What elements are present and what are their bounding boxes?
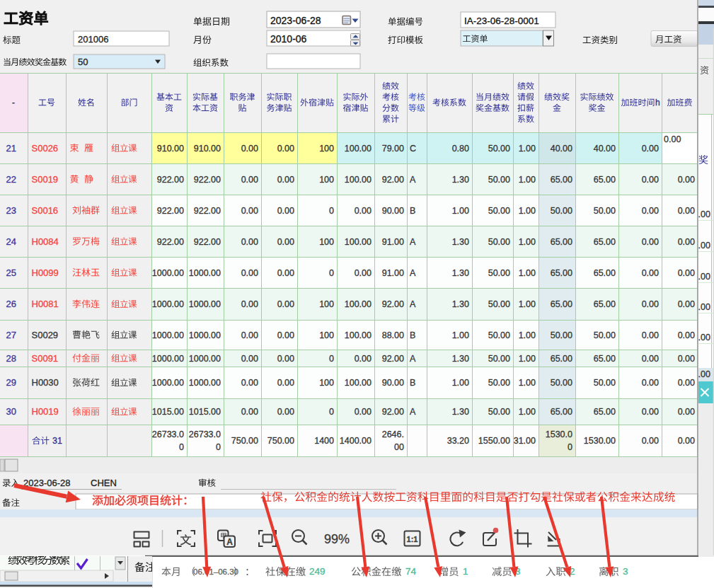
svg-text:1000.00: 1000.00: [152, 354, 184, 364]
svg-text:0.00: 0.00: [678, 378, 695, 388]
svg-text:0.00: 0.00: [277, 330, 294, 340]
svg-text:100: 100: [319, 175, 334, 185]
svg-text:1.30: 1.30: [452, 354, 469, 364]
svg-text:50.00: 50.00: [488, 299, 510, 309]
svg-text:100.00: 100.00: [345, 378, 372, 388]
svg-text:1400.00: 1400.00: [340, 436, 372, 446]
svg-text:50.00: 50.00: [488, 378, 510, 388]
svg-text:0.00: 0.00: [678, 237, 695, 247]
svg-text:1000.00: 1000.00: [189, 268, 221, 278]
svg-text:922.00: 922.00: [157, 237, 184, 247]
svg-text:0.00: 0.00: [355, 206, 372, 216]
svg-text:B: B: [410, 206, 415, 216]
svg-text:0.00: 0.00: [642, 175, 659, 185]
svg-text:A: A: [410, 175, 416, 185]
svg-text:65.00: 65.00: [551, 354, 572, 364]
svg-text:0.00: 0.00: [642, 268, 659, 278]
svg-text:1: 1: [463, 566, 468, 577]
svg-text:1000.00: 1000.00: [152, 378, 184, 388]
svg-text:1.00: 1.00: [519, 378, 536, 388]
svg-text:A: A: [410, 354, 416, 364]
svg-text:26733.0: 26733.0: [189, 430, 221, 439]
svg-text:0.00: 0.00: [642, 436, 659, 446]
svg-text:100: 100: [319, 237, 334, 247]
svg-text:1550.00: 1550.00: [478, 436, 510, 446]
svg-text:65.00: 65.00: [594, 299, 616, 309]
svg-text:92.00: 92.00: [382, 175, 404, 185]
svg-text:0.00: 0.00: [241, 299, 258, 309]
svg-text:100.00: 100.00: [345, 330, 372, 340]
svg-text:0.00: 0.00: [642, 330, 659, 340]
svg-text:H0030: H0030: [32, 377, 59, 388]
svg-text:50.00: 50.00: [488, 206, 510, 216]
svg-text:50.00: 50.00: [594, 330, 616, 340]
svg-text:50.00: 50.00: [488, 237, 510, 247]
svg-text:92.00: 92.00: [382, 407, 404, 417]
svg-text:S0029: S0029: [32, 330, 59, 340]
svg-text:1.00: 1.00: [519, 407, 536, 417]
svg-text:06.01–06.30: 06.01–06.30: [193, 567, 238, 576]
svg-text:40.00: 40.00: [594, 144, 616, 154]
svg-text:0.00: 0.00: [277, 268, 294, 278]
svg-text:100.00: 100.00: [345, 299, 372, 309]
svg-text:0.00: 0.00: [678, 436, 695, 446]
svg-text:.00: .00: [698, 302, 710, 312]
svg-text:.00: .00: [698, 333, 710, 342]
svg-text:65.00: 65.00: [551, 175, 572, 185]
svg-text:30: 30: [6, 406, 16, 417]
svg-text:0.00: 0.00: [678, 407, 695, 417]
svg-text:3: 3: [623, 566, 628, 577]
svg-text:B: B: [410, 330, 415, 340]
svg-text:IA-23-06-28-0001: IA-23-06-28-0001: [464, 16, 539, 26]
svg-text:1.00: 1.00: [519, 299, 536, 309]
svg-text:65.00: 65.00: [594, 237, 616, 247]
svg-text:31: 31: [52, 436, 62, 446]
svg-text:50.00: 50.00: [488, 144, 510, 154]
svg-text:88.00: 88.00: [382, 330, 404, 340]
svg-text:1000.00: 1000.00: [152, 299, 184, 309]
svg-text:A: A: [410, 407, 416, 417]
svg-text:0.00: 0.00: [277, 407, 294, 417]
svg-text:201006: 201006: [78, 34, 108, 45]
svg-text:0.00: 0.00: [678, 175, 695, 185]
svg-text:922.00: 922.00: [194, 175, 221, 185]
svg-text:.00: .00: [698, 272, 710, 282]
svg-text:22: 22: [6, 174, 16, 185]
svg-text:H0081: H0081: [32, 299, 59, 309]
svg-text:910.00: 910.00: [157, 144, 184, 154]
svg-text:0: 0: [568, 442, 572, 452]
svg-text:1000.00: 1000.00: [189, 354, 221, 364]
svg-text:1.30: 1.30: [452, 175, 469, 185]
svg-text:0: 0: [179, 442, 184, 452]
svg-text:50.00: 50.00: [551, 206, 572, 216]
svg-text:0.00: 0.00: [642, 407, 659, 417]
svg-text:.00: .00: [698, 369, 710, 379]
svg-text:1.00: 1.00: [452, 206, 469, 216]
svg-text:100: 100: [319, 299, 334, 309]
svg-text:0: 0: [329, 268, 334, 278]
svg-text:0: 0: [329, 354, 334, 364]
svg-text:922.00: 922.00: [194, 206, 221, 216]
svg-text:31.00: 31.00: [514, 436, 536, 446]
svg-text:1.30: 1.30: [452, 299, 469, 309]
svg-text:0.00: 0.00: [678, 268, 695, 278]
svg-text:0.00: 0.00: [241, 175, 258, 185]
svg-text:100.00: 100.00: [345, 237, 372, 247]
svg-text:21: 21: [6, 143, 16, 154]
svg-text:0.00: 0.00: [642, 206, 659, 216]
svg-text:S0016: S0016: [32, 205, 59, 216]
svg-text:0: 0: [329, 206, 334, 216]
svg-text:100: 100: [319, 144, 334, 154]
svg-text:1.00: 1.00: [519, 330, 536, 340]
svg-text:1015.00: 1015.00: [189, 407, 221, 417]
svg-text:1:1: 1:1: [407, 535, 418, 543]
svg-text:910.00: 910.00: [194, 144, 221, 154]
svg-text:1530.00: 1530.00: [584, 436, 616, 446]
svg-text:H0099: H0099: [32, 267, 59, 278]
svg-text:0.00: 0.00: [678, 299, 695, 309]
svg-text:0.00: 0.00: [277, 206, 294, 216]
svg-text:0.00: 0.00: [277, 175, 294, 185]
svg-text:0.00: 0.00: [277, 144, 294, 154]
svg-text:50.00: 50.00: [551, 330, 572, 340]
svg-text:0.00: 0.00: [277, 299, 294, 309]
